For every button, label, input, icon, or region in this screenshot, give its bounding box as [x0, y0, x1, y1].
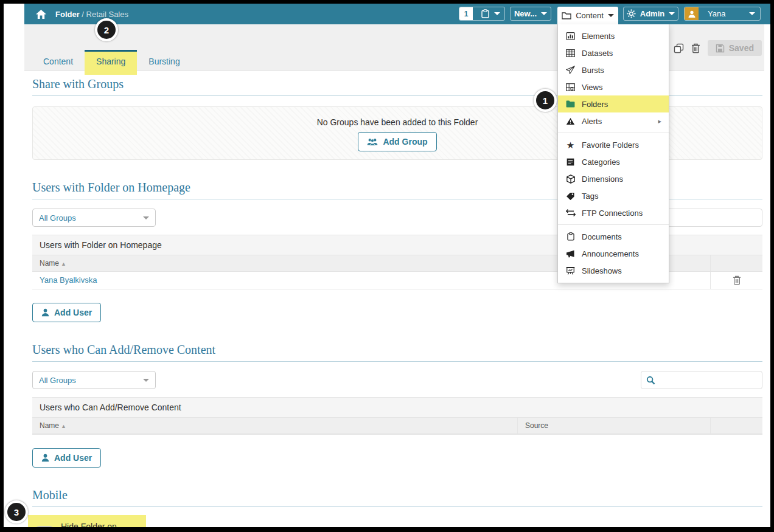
menu-item-documents[interactable]: Documents [558, 228, 669, 245]
add-user-button[interactable]: Add User [32, 303, 101, 322]
folder-tabs: Content Sharing Bursting [32, 50, 192, 75]
add-user-label: Add User [54, 308, 92, 317]
delete-icon[interactable] [691, 43, 700, 54]
notifications-dropdown[interactable]: 1 [459, 7, 505, 21]
menu-item-label: Alerts [582, 117, 602, 126]
content-dropdown-menu: Elements Datasets Bursts Views Folders A… [557, 24, 669, 283]
menu-item-label: Announcements [582, 249, 639, 258]
callout-badge-1: 1 [534, 89, 557, 112]
menu-item-bursts[interactable]: Bursts [558, 61, 669, 78]
tab-bursting[interactable]: Bursting [137, 50, 191, 75]
column-header-actions [710, 255, 762, 271]
menu-item-label: Favorite Folders [582, 140, 639, 150]
views-grid-icon [565, 83, 576, 91]
saved-button[interactable]: Saved [708, 40, 762, 56]
group-filter-value: All Groups [39, 376, 76, 385]
menu-item-slideshows[interactable]: Slideshows [558, 262, 669, 279]
menu-item-datasets[interactable]: Datasets [558, 44, 669, 61]
breadcrumb-section: Folder [55, 10, 80, 19]
admin-button-label: Admin [640, 9, 664, 18]
caret-down-icon [608, 14, 614, 17]
callout-badge-2: 2 [95, 18, 118, 41]
tag-icon [565, 192, 576, 200]
duplicate-icon[interactable] [674, 43, 684, 54]
app-page: Folder / Retail Sales 1 New... Content [4, 4, 770, 527]
remove-user-icon[interactable] [733, 275, 741, 285]
folder-outline-icon [562, 12, 571, 19]
menu-item-label: Elements [582, 32, 615, 41]
user-avatar [685, 7, 699, 21]
tab-content[interactable]: Content [32, 50, 85, 75]
group-icon [367, 138, 378, 146]
column-label: Source [525, 421, 548, 430]
column-header-source[interactable]: Source [517, 418, 710, 434]
column-header-actions [710, 418, 762, 434]
bar-chart-icon [565, 32, 576, 40]
caret-down-icon [749, 12, 755, 15]
user-link[interactable]: Yana Byalkivska [40, 275, 97, 285]
editors-group-filter[interactable]: All Groups [32, 371, 156, 389]
menu-item-favorite-folders[interactable]: ★ Favorite Folders [558, 136, 669, 153]
menu-item-ftp-connections[interactable]: FTP Connections [558, 204, 669, 221]
menu-item-views[interactable]: Views [558, 78, 669, 95]
menu-item-label: Datasets [582, 49, 613, 58]
caret-down-icon [669, 12, 675, 15]
menu-divider [558, 224, 669, 225]
cube-icon [565, 174, 576, 184]
home-icon[interactable] [35, 9, 47, 19]
notifications-count: 1 [459, 7, 473, 20]
presentation-icon [565, 267, 576, 275]
menu-item-label: Folders [582, 100, 608, 109]
editors-search[interactable] [641, 371, 762, 389]
column-label: Name [40, 421, 59, 430]
menu-item-folders[interactable]: Folders [558, 95, 669, 112]
search-input[interactable] [659, 213, 757, 223]
new-button-label: New... [514, 9, 537, 18]
screenshot-frame: Folder / Retail Sales 1 New... Content [0, 0, 774, 532]
hide-folder-toggle[interactable] [34, 526, 55, 527]
top-navbar: Folder / Retail Sales 1 New... Content [24, 4, 770, 24]
table-icon [565, 49, 576, 57]
menu-item-label: FTP Connections [582, 209, 643, 218]
person-icon [41, 308, 49, 317]
homepage-group-filter[interactable]: All Groups [32, 209, 156, 227]
menu-item-label: Dimensions [582, 174, 623, 184]
content-menu-button[interactable]: Content [557, 7, 618, 24]
add-group-button[interactable]: Add Group [358, 132, 436, 151]
menu-item-dimensions[interactable]: Dimensions [558, 170, 669, 187]
content-button-label: Content [576, 11, 604, 20]
admin-menu-button[interactable]: Admin [623, 7, 678, 21]
menu-item-alerts[interactable]: Alerts ▸ [558, 112, 669, 130]
menu-item-label: Categories [582, 157, 620, 167]
mobile-title: Mobile [32, 488, 762, 507]
megaphone-icon [565, 250, 576, 258]
save-floppy-icon [716, 44, 725, 53]
menu-item-announcements[interactable]: Announcements [558, 245, 669, 262]
column-label: Name [40, 259, 59, 268]
add-user-label: Add User [54, 453, 92, 463]
clipboard-icon [481, 9, 489, 18]
caret-down-icon [494, 12, 500, 15]
caret-down-icon [541, 12, 547, 15]
user-name-label: Yana [703, 9, 745, 18]
transfer-arrows-icon [565, 209, 576, 216]
new-button[interactable]: New... [510, 7, 551, 21]
column-header-name[interactable]: Name▲ [32, 418, 517, 434]
person-icon [41, 454, 49, 462]
tab-sharing[interactable]: Sharing [85, 50, 137, 75]
menu-item-elements[interactable]: Elements [558, 27, 669, 44]
search-icon [646, 376, 655, 385]
search-input[interactable] [659, 376, 757, 385]
menu-item-label: Bursts [582, 66, 604, 75]
submenu-arrow-icon: ▸ [658, 117, 661, 125]
menu-item-tags[interactable]: Tags [558, 187, 669, 204]
menu-item-categories[interactable]: Categories [558, 153, 669, 170]
mobile-toggle-highlight: Hide Folder on Mobile [28, 515, 146, 527]
sort-asc-icon: ▲ [61, 261, 66, 267]
user-menu-button[interactable]: Yana [684, 7, 761, 21]
add-user-button-2[interactable]: Add User [32, 448, 101, 468]
table-column-headers: Name▲ Source [32, 418, 762, 434]
sort-asc-icon: ▲ [61, 423, 66, 429]
saved-button-label: Saved [729, 43, 754, 53]
editors-title: Users who Can Add/Remove Content [32, 343, 762, 362]
